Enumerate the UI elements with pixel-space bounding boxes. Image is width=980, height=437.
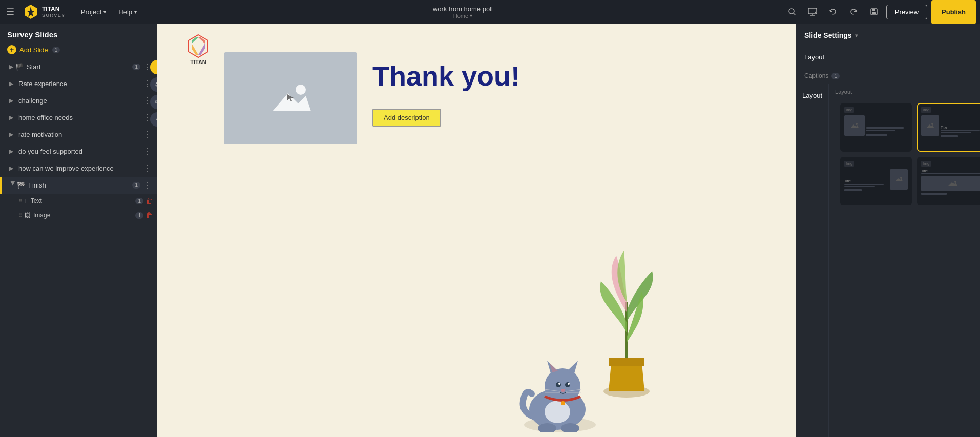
svg-marker-41 — [850, 124, 859, 128]
slide-settings-title: Slide Settings — [804, 31, 852, 39]
canvas-background: TITAN Thank you! Add description — [157, 24, 796, 437]
text-icon: T — [24, 198, 28, 204]
layout4-image — [921, 176, 980, 191]
monitor-icon[interactable] — [804, 4, 821, 20]
chevron-down-icon: ▾ — [103, 9, 106, 15]
logo-name: TITAN — [42, 6, 66, 13]
layout-option-2[interactable]: Img Title — [917, 103, 980, 152]
expand-arrow-icon: ▶ — [7, 165, 15, 172]
sub-item-image[interactable]: ⠿ 🖼 Image 1 🗑 — [0, 208, 157, 222]
layout-option-4[interactable]: Img Title — [917, 157, 980, 205]
tool-cursor-icon[interactable]: ⌖ — [150, 112, 157, 127]
slide-name: rate motivation — [18, 131, 142, 138]
svg-marker-12 — [189, 35, 208, 57]
canvas-area[interactable]: TITAN Thank you! Add description — [157, 24, 796, 437]
search-icon[interactable] — [784, 4, 800, 20]
plus-icon: + — [7, 45, 16, 54]
redo-icon[interactable] — [845, 4, 862, 20]
more-options-icon[interactable]: ⋮ — [142, 163, 153, 173]
slide-name: challenge — [18, 97, 142, 105]
slide-name: Start — [27, 63, 132, 71]
delete-icon[interactable]: 🗑 — [145, 211, 153, 219]
logo-subtext: SURVEY — [42, 13, 66, 18]
sub-item-name: Image — [33, 212, 135, 219]
top-navigation: ☰ TITAN SURVEY Project ▾ Help ▾ — [0, 0, 980, 24]
undo-icon[interactable] — [825, 4, 841, 20]
cursor-icon — [285, 92, 296, 105]
chevron-down-icon: ▾ — [470, 13, 472, 18]
nav-left: ☰ TITAN SURVEY Project ▾ Help ▾ — [4, 4, 142, 20]
slide-item-finish[interactable]: ▶ 🏁 Finish 1 ⋮ — [0, 177, 157, 194]
tool-add-icon[interactable]: + — [150, 60, 157, 74]
rs-right-panel: Layout Img — [829, 84, 980, 437]
nav-project[interactable]: Project ▾ — [76, 6, 111, 18]
svg-rect-11 — [872, 12, 876, 14]
preview-button[interactable]: Preview — [886, 5, 927, 19]
publish-button[interactable]: Publish — [931, 0, 976, 24]
sub-item-text[interactable]: ⠿ T Text 1 🗑 — [0, 194, 157, 208]
more-options-icon[interactable]: ⋮ — [142, 180, 153, 190]
survey-title: work from home poll — [433, 5, 493, 13]
add-description-button[interactable]: Add description — [372, 109, 441, 127]
expand-arrow-icon: ▶ — [7, 148, 15, 155]
image-icon: 🖼 — [24, 212, 30, 219]
expand-arrow-icon: ▶ — [7, 114, 15, 121]
svg-marker-25 — [566, 361, 578, 373]
slide-item-challenge[interactable]: ▶ challenge ⋮ — [0, 92, 157, 109]
save-icon[interactable] — [866, 4, 882, 20]
sub-item-name: Text — [31, 197, 136, 204]
image-placeholder[interactable] — [224, 52, 357, 144]
svg-marker-47 — [948, 182, 957, 186]
tool-settings-icon[interactable]: ⚙ — [150, 77, 157, 92]
slide-item-improve-experience[interactable]: ▶ how can we improve experience ⋮ — [0, 160, 157, 177]
thank-you-heading: Thank you! — [372, 60, 520, 92]
canvas-logo: TITAN — [185, 33, 211, 65]
slide-list: ▶ 🏴 Start 1 ⋮ ▶ Rate experience ⋮ ▶ chal… — [0, 58, 157, 437]
layout-options-grid: Img — [833, 98, 980, 211]
logo-icon — [23, 4, 39, 20]
finish-icon: 🏁 — [17, 181, 25, 189]
layout-option-3[interactable]: Img Title — [840, 157, 912, 205]
chevron-down-icon: ▾ — [855, 33, 858, 38]
hamburger-menu-icon[interactable]: ☰ — [4, 4, 16, 19]
more-options-icon[interactable]: ⋮ — [142, 130, 153, 139]
slide-badge: 1 — [132, 64, 140, 70]
cat-illustration — [509, 330, 611, 434]
add-slide-label: Add Slide — [19, 46, 48, 54]
expand-arrow-icon: ▶ — [7, 97, 15, 104]
slide-item-home-office[interactable]: ▶ home office needs ⋮ — [0, 109, 157, 126]
slide-item-feel-supported[interactable]: ▶ do you feel supported ⋮ — [0, 143, 157, 160]
slide-name: do you feel supported — [18, 148, 142, 155]
layout-left-tab[interactable]: Layout — [796, 47, 832, 68]
captions-row: Captions 1 — [796, 68, 980, 84]
expand-arrow-icon: ▶ — [7, 64, 15, 70]
nav-right: Preview Publish — [784, 0, 976, 24]
survey-subtitle: Home ▾ — [453, 13, 472, 19]
nav-menu: Project ▾ Help ▾ — [76, 6, 142, 18]
chevron-down-icon: ▾ — [134, 9, 137, 15]
svg-marker-8 — [815, 11, 816, 13]
svg-point-28 — [565, 382, 570, 387]
svg-point-29 — [558, 383, 560, 385]
slide-settings-header[interactable]: Slide Settings ▾ — [796, 24, 980, 47]
right-sidebar-body: Layout Layout Img — [796, 84, 980, 437]
slide-item-start[interactable]: ▶ 🏴 Start 1 ⋮ — [0, 58, 157, 75]
logo-area[interactable]: TITAN SURVEY — [23, 4, 66, 20]
slide-item-rate-motivation[interactable]: ▶ rate motivation ⋮ — [0, 126, 157, 143]
slide-item-rate-experience[interactable]: ▶ Rate experience ⋮ — [0, 75, 157, 92]
svg-point-44 — [900, 177, 902, 179]
slide-name: home office needs — [18, 114, 142, 121]
drag-handle-icon: ⠿ — [18, 213, 22, 218]
drag-handle-icon: ⠿ — [18, 198, 22, 204]
layout-option-1[interactable]: Img — [840, 103, 912, 152]
layout-left-label: Layout — [796, 88, 828, 103]
nav-center: work from home poll Home ▾ — [142, 5, 784, 19]
add-slide-button[interactable]: + Add Slide 1 — [0, 43, 157, 58]
more-options-icon[interactable]: ⋮ — [142, 147, 153, 156]
delete-icon[interactable]: 🗑 — [145, 197, 153, 205]
svg-rect-4 — [808, 8, 817, 14]
slide-name: Finish — [28, 181, 132, 189]
nav-help[interactable]: Help ▾ — [113, 6, 142, 18]
tool-edit-icon[interactable]: ✏ — [150, 95, 157, 109]
svg-point-46 — [954, 181, 956, 183]
